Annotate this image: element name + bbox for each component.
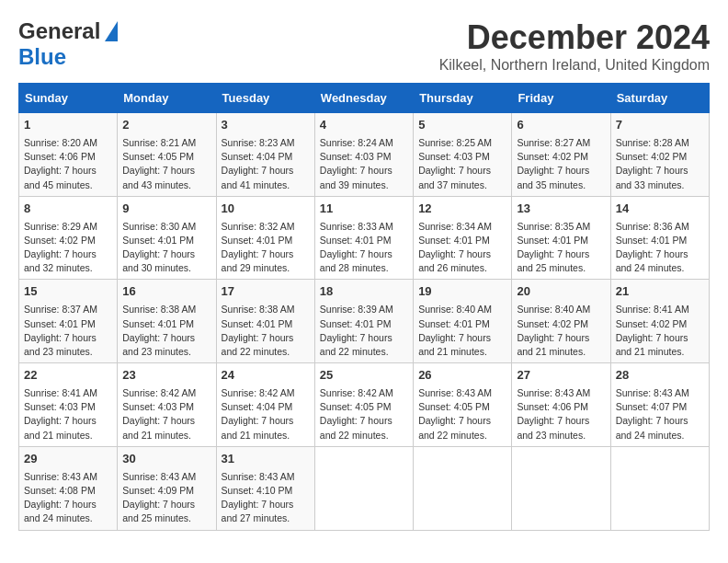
day-details: Sunrise: 8:42 AMSunset: 4:03 PMDaylight:… (122, 386, 210, 442)
table-row: 14Sunrise: 8:36 AMSunset: 4:01 PMDayligh… (610, 196, 709, 280)
table-row: 15Sunrise: 8:37 AMSunset: 4:01 PMDayligh… (19, 280, 118, 363)
day-number: 15 (24, 283, 112, 301)
day-number: 18 (320, 283, 408, 301)
day-details: Sunrise: 8:21 AMSunset: 4:05 PMDaylight:… (122, 136, 210, 192)
table-row: 22Sunrise: 8:41 AMSunset: 4:03 PMDayligh… (19, 363, 118, 447)
table-row: 8Sunrise: 8:29 AMSunset: 4:02 PMDaylight… (19, 196, 118, 280)
day-number: 27 (517, 367, 605, 385)
day-number: 28 (616, 367, 704, 385)
day-details: Sunrise: 8:29 AMSunset: 4:02 PMDaylight:… (24, 220, 112, 276)
table-row: 12Sunrise: 8:34 AMSunset: 4:01 PMDayligh… (414, 196, 512, 280)
table-row (414, 446, 512, 530)
day-number: 19 (418, 283, 506, 301)
day-number: 7 (616, 117, 704, 134)
day-number: 20 (517, 283, 605, 301)
title-area: December 2024 Kilkeel, Northern Ireland,… (439, 18, 710, 74)
day-number: 17 (222, 283, 310, 301)
table-row: 2Sunrise: 8:21 AMSunset: 4:05 PMDaylight… (118, 113, 216, 197)
logo-general-text: General (18, 18, 100, 44)
table-row: 6Sunrise: 8:27 AMSunset: 4:02 PMDaylight… (512, 113, 610, 197)
table-row: 26Sunrise: 8:43 AMSunset: 4:05 PMDayligh… (414, 363, 512, 447)
day-number: 6 (517, 117, 605, 134)
day-details: Sunrise: 8:41 AMSunset: 4:03 PMDaylight:… (24, 386, 112, 442)
table-row: 7Sunrise: 8:28 AMSunset: 4:02 PMDaylight… (610, 113, 709, 197)
day-details: Sunrise: 8:38 AMSunset: 4:01 PMDaylight:… (122, 303, 210, 359)
day-number: 9 (122, 201, 210, 218)
day-number: 12 (418, 201, 506, 218)
day-details: Sunrise: 8:43 AMSunset: 4:08 PMDaylight:… (24, 470, 112, 526)
table-row (512, 446, 610, 530)
day-number: 25 (320, 367, 408, 385)
table-row: 28Sunrise: 8:43 AMSunset: 4:07 PMDayligh… (610, 363, 709, 447)
calendar-week-row: 15Sunrise: 8:37 AMSunset: 4:01 PMDayligh… (19, 280, 710, 363)
day-details: Sunrise: 8:42 AMSunset: 4:05 PMDaylight:… (320, 386, 408, 442)
day-details: Sunrise: 8:30 AMSunset: 4:01 PMDaylight:… (122, 220, 210, 276)
day-details: Sunrise: 8:38 AMSunset: 4:01 PMDaylight:… (222, 303, 310, 359)
table-row: 20Sunrise: 8:40 AMSunset: 4:02 PMDayligh… (512, 280, 610, 363)
day-number: 24 (222, 367, 310, 385)
calendar-week-row: 1Sunrise: 8:20 AMSunset: 4:06 PMDaylight… (19, 113, 710, 197)
day-details: Sunrise: 8:43 AMSunset: 4:09 PMDaylight:… (122, 470, 210, 526)
day-details: Sunrise: 8:33 AMSunset: 4:01 PMDaylight:… (320, 220, 408, 276)
day-number: 5 (418, 117, 506, 134)
table-row: 9Sunrise: 8:30 AMSunset: 4:01 PMDaylight… (118, 196, 216, 280)
day-details: Sunrise: 8:34 AMSunset: 4:01 PMDaylight:… (418, 220, 506, 276)
day-number: 1 (24, 117, 112, 134)
day-details: Sunrise: 8:43 AMSunset: 4:10 PMDaylight:… (222, 470, 310, 526)
col-friday: Friday (512, 84, 610, 113)
day-number: 22 (24, 367, 112, 385)
calendar-week-row: 22Sunrise: 8:41 AMSunset: 4:03 PMDayligh… (19, 363, 710, 447)
col-saturday: Saturday (610, 84, 709, 113)
table-row: 1Sunrise: 8:20 AMSunset: 4:06 PMDaylight… (19, 113, 118, 197)
day-number: 10 (222, 201, 310, 218)
table-row: 21Sunrise: 8:41 AMSunset: 4:02 PMDayligh… (610, 280, 709, 363)
col-thursday: Thursday (414, 84, 512, 113)
calendar-week-row: 8Sunrise: 8:29 AMSunset: 4:02 PMDaylight… (19, 196, 710, 280)
day-details: Sunrise: 8:43 AMSunset: 4:06 PMDaylight:… (517, 386, 605, 442)
day-number: 31 (222, 451, 310, 468)
day-details: Sunrise: 8:40 AMSunset: 4:01 PMDaylight:… (418, 303, 506, 359)
day-details: Sunrise: 8:43 AMSunset: 4:05 PMDaylight:… (418, 386, 506, 442)
day-number: 14 (616, 201, 704, 218)
table-row: 23Sunrise: 8:42 AMSunset: 4:03 PMDayligh… (118, 363, 216, 447)
table-row (314, 446, 413, 530)
table-row: 29Sunrise: 8:43 AMSunset: 4:08 PMDayligh… (19, 446, 118, 530)
day-details: Sunrise: 8:43 AMSunset: 4:07 PMDaylight:… (616, 386, 704, 442)
day-details: Sunrise: 8:32 AMSunset: 4:01 PMDaylight:… (222, 220, 310, 276)
month-title: December 2024 (439, 18, 710, 57)
day-number: 2 (122, 117, 210, 134)
day-number: 16 (122, 283, 210, 301)
logo: General Blue (18, 18, 118, 70)
calendar-table: Sunday Monday Tuesday Wednesday Thursday… (18, 83, 710, 531)
location-subtitle: Kilkeel, Northern Ireland, United Kingdo… (439, 57, 710, 74)
day-number: 4 (320, 117, 408, 134)
day-details: Sunrise: 8:25 AMSunset: 4:03 PMDaylight:… (418, 136, 506, 192)
table-row: 3Sunrise: 8:23 AMSunset: 4:04 PMDaylight… (216, 113, 314, 197)
table-row: 24Sunrise: 8:42 AMSunset: 4:04 PMDayligh… (216, 363, 314, 447)
day-details: Sunrise: 8:20 AMSunset: 4:06 PMDaylight:… (24, 136, 112, 192)
table-row: 25Sunrise: 8:42 AMSunset: 4:05 PMDayligh… (314, 363, 413, 447)
day-details: Sunrise: 8:28 AMSunset: 4:02 PMDaylight:… (616, 136, 704, 192)
day-details: Sunrise: 8:41 AMSunset: 4:02 PMDaylight:… (616, 303, 704, 359)
day-details: Sunrise: 8:39 AMSunset: 4:01 PMDaylight:… (320, 303, 408, 359)
table-row: 18Sunrise: 8:39 AMSunset: 4:01 PMDayligh… (314, 280, 413, 363)
day-number: 11 (320, 201, 408, 218)
day-number: 8 (24, 201, 112, 218)
day-number: 13 (517, 201, 605, 218)
day-details: Sunrise: 8:40 AMSunset: 4:02 PMDaylight:… (517, 303, 605, 359)
table-row: 16Sunrise: 8:38 AMSunset: 4:01 PMDayligh… (118, 280, 216, 363)
calendar-header-row: Sunday Monday Tuesday Wednesday Thursday… (19, 84, 710, 113)
calendar-week-row: 29Sunrise: 8:43 AMSunset: 4:08 PMDayligh… (19, 446, 710, 530)
table-row: 13Sunrise: 8:35 AMSunset: 4:01 PMDayligh… (512, 196, 610, 280)
table-row: 11Sunrise: 8:33 AMSunset: 4:01 PMDayligh… (314, 196, 413, 280)
table-row: 17Sunrise: 8:38 AMSunset: 4:01 PMDayligh… (216, 280, 314, 363)
day-details: Sunrise: 8:36 AMSunset: 4:01 PMDaylight:… (616, 220, 704, 276)
table-row: 10Sunrise: 8:32 AMSunset: 4:01 PMDayligh… (216, 196, 314, 280)
table-row (610, 446, 709, 530)
table-row: 30Sunrise: 8:43 AMSunset: 4:09 PMDayligh… (118, 446, 216, 530)
table-row: 19Sunrise: 8:40 AMSunset: 4:01 PMDayligh… (414, 280, 512, 363)
col-monday: Monday (118, 84, 216, 113)
day-details: Sunrise: 8:23 AMSunset: 4:04 PMDaylight:… (222, 136, 310, 192)
day-number: 26 (418, 367, 506, 385)
col-wednesday: Wednesday (314, 84, 413, 113)
